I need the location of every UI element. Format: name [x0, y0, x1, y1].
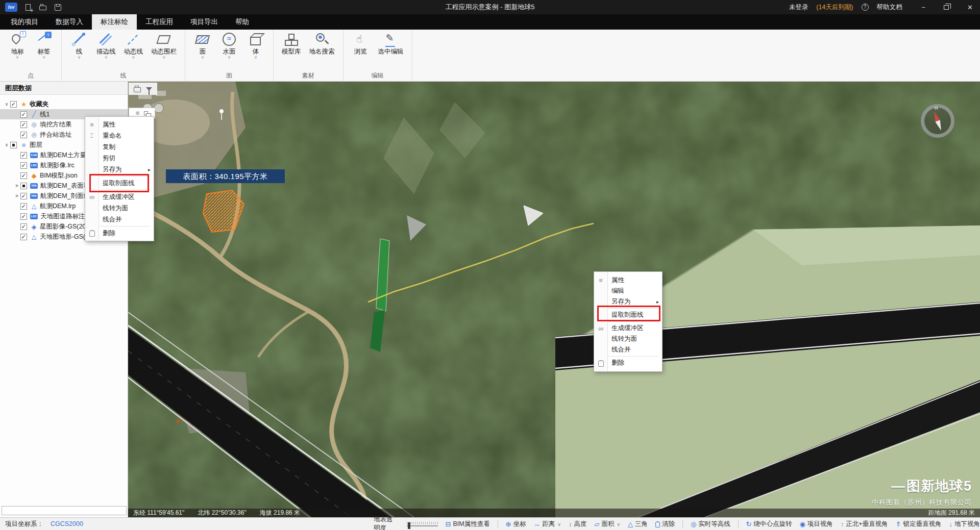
minimize-button[interactable]: − — [922, 4, 926, 11]
menu-item-merge-lines[interactable]: 线合并 — [594, 344, 662, 355]
menu-item-copy[interactable]: 复制 — [85, 141, 154, 153]
chevron-down-icon[interactable] — [254, 55, 258, 61]
layer-checkbox[interactable] — [20, 193, 27, 199]
tab-annotation[interactable]: 标注标绘 — [92, 14, 137, 30]
chevron-down-icon[interactable] — [104, 55, 108, 61]
folder-icon[interactable] — [134, 87, 141, 92]
menu-item-delete[interactable]: 删除 — [85, 228, 154, 239]
filter-icon[interactable] — [146, 87, 152, 91]
chevron-down-icon[interactable] — [557, 520, 561, 527]
layer-checkbox[interactable] — [10, 101, 17, 108]
maximize-button[interactable] — [944, 5, 949, 10]
menu-item-save-as[interactable]: 另存为 ▸ — [85, 164, 154, 175]
menu-item-rename[interactable]: 重命名 — [85, 130, 154, 141]
chevron-down-icon[interactable] — [617, 520, 621, 527]
tool-distance[interactable]: 距离 — [533, 520, 561, 528]
tool-label[interactable]: 标签 — [31, 30, 57, 71]
chevron-down-icon[interactable] — [228, 55, 231, 61]
tool-lock-vertical-view[interactable]: 锁定垂直视角 — [896, 520, 942, 528]
menu-item-save-as[interactable]: 另存为 ▸ — [594, 296, 662, 307]
layer-filter-input[interactable] — [2, 506, 127, 515]
layer-checkbox[interactable] — [20, 152, 27, 159]
menu-item-buffer[interactable]: 生成缓冲区 — [85, 191, 154, 203]
layer-checkbox[interactable] — [20, 213, 27, 220]
layer-checkbox[interactable] — [20, 162, 27, 169]
tool-line[interactable]: 线 — [66, 30, 92, 71]
login-status[interactable]: 未登录 — [789, 3, 808, 12]
tool-model-library[interactable]: 模型库 — [278, 30, 305, 71]
save-project-icon[interactable] — [54, 4, 62, 11]
tool-dynamic-fence[interactable]: 动态围栏 — [147, 30, 181, 71]
layer-checkbox[interactable] — [20, 132, 27, 138]
chevron-down-icon[interactable] — [16, 55, 19, 61]
tool-select-edit[interactable]: 选中编辑 — [374, 30, 408, 71]
tool-triangle[interactable]: 三角 — [628, 520, 648, 528]
tab-my-project[interactable]: 我的项目 — [2, 14, 47, 30]
layer-checkbox[interactable] — [20, 223, 27, 230]
tab-engineering[interactable]: 工程应用 — [137, 14, 182, 30]
tool-north-vertical-view[interactable]: 正北+垂直视角 — [841, 520, 888, 528]
layer-checkbox[interactable] — [20, 121, 27, 128]
tool-volume[interactable]: 体 — [242, 30, 269, 71]
layer-row-favorites[interactable]: 收藏夹 — [0, 99, 128, 109]
chevron-down-icon[interactable] — [78, 55, 81, 61]
menu-item-buffer[interactable]: 生成缓冲区 — [594, 323, 662, 334]
tab-help[interactable]: 帮助 — [227, 14, 258, 30]
expand-arrow-icon[interactable] — [13, 193, 20, 198]
help-icon[interactable]: ? — [862, 4, 869, 11]
chevron-down-icon[interactable] — [201, 55, 205, 61]
chevron-down-icon[interactable] — [162, 55, 166, 61]
menu-item-merge-lines[interactable]: 线合并 — [85, 214, 154, 225]
tab-project-export[interactable]: 项目导出 — [182, 14, 227, 30]
tool-rotate-around-center[interactable]: 绕中心点旋转 — [746, 520, 792, 528]
map-viewport[interactable]: 表面积：340.195平方米 N 图新地球5 中科图新（苏州）科技有限公司 东经… — [128, 82, 980, 517]
tool-bim-attributes[interactable]: BIM属性查看 — [446, 520, 490, 528]
chevron-down-icon[interactable] — [42, 55, 46, 61]
menu-item-extract-profile[interactable]: 提取剖面线 — [85, 178, 154, 189]
help-doc-link[interactable]: 帮助文档 — [877, 3, 902, 12]
tool-area[interactable]: 面积 — [595, 520, 621, 528]
expand-arrow-icon[interactable] — [3, 102, 10, 107]
layer-checkbox[interactable] — [20, 203, 27, 210]
compass[interactable]: N — [921, 104, 954, 138]
layer-checkbox[interactable] — [20, 183, 27, 189]
tool-browse[interactable]: 浏览 — [348, 30, 374, 71]
layer-checkbox[interactable] — [10, 142, 17, 148]
row-menu-icon[interactable]: ≡ — [136, 110, 140, 116]
tool-polygon[interactable]: 面 — [189, 30, 216, 71]
expand-arrow-icon[interactable] — [3, 142, 10, 147]
menu-item-properties[interactable]: 属性 — [85, 119, 154, 130]
layer-checkbox[interactable] — [20, 234, 27, 240]
menu-item-extract-profile[interactable]: 提取剖面线 — [594, 310, 662, 320]
tool-stroke-line[interactable]: 描边线 — [92, 30, 120, 71]
tool-placemark[interactable]: 地标 — [4, 30, 31, 71]
new-project-icon[interactable] — [24, 4, 32, 11]
tool-place-search[interactable]: 地名搜索 — [305, 30, 339, 71]
tool-coordinate[interactable]: 坐标 — [506, 520, 526, 528]
tool-dynamic-line[interactable]: 动态线 — [120, 30, 148, 71]
tool-water-surface[interactable]: 水面 — [216, 30, 242, 71]
menu-item-properties[interactable]: 属性 — [594, 275, 662, 286]
tool-project-view[interactable]: 项目视角 — [799, 520, 832, 528]
row-duplicate-icon[interactable] — [144, 111, 148, 115]
tool-realtime-contours[interactable]: 实时等高线 — [691, 520, 730, 528]
expand-arrow-icon[interactable] — [13, 183, 20, 188]
transparency-slider[interactable] — [407, 522, 438, 526]
menu-item-line-to-polygon[interactable]: 线转为面 — [85, 203, 154, 214]
menu-item-delete[interactable]: 删除 — [594, 358, 662, 368]
menu-item-line-to-polygon[interactable]: 线转为面 — [594, 334, 662, 344]
close-button[interactable]: ✕ — [967, 4, 973, 11]
layer-checkbox[interactable] — [20, 172, 27, 179]
slider-handle[interactable] — [408, 522, 410, 529]
crs-value[interactable]: CGCS2000 — [51, 520, 83, 527]
open-project-icon[interactable] — [39, 4, 47, 11]
chevron-down-icon[interactable] — [132, 55, 135, 61]
menu-item-edit[interactable]: 编辑 — [594, 286, 662, 296]
menu-item-cut[interactable]: 剪切 — [85, 153, 154, 164]
tool-clear[interactable]: 清除 — [655, 520, 675, 528]
ribbon-group-line: 线 描边线 动态线 动态围栏 线 — [62, 30, 185, 81]
tool-underground-view[interactable]: 地下视角 — [949, 520, 980, 528]
tab-data-import[interactable]: 数据导入 — [47, 14, 92, 30]
tool-height[interactable]: 高度 — [569, 520, 587, 528]
layer-checkbox[interactable] — [20, 111, 27, 118]
